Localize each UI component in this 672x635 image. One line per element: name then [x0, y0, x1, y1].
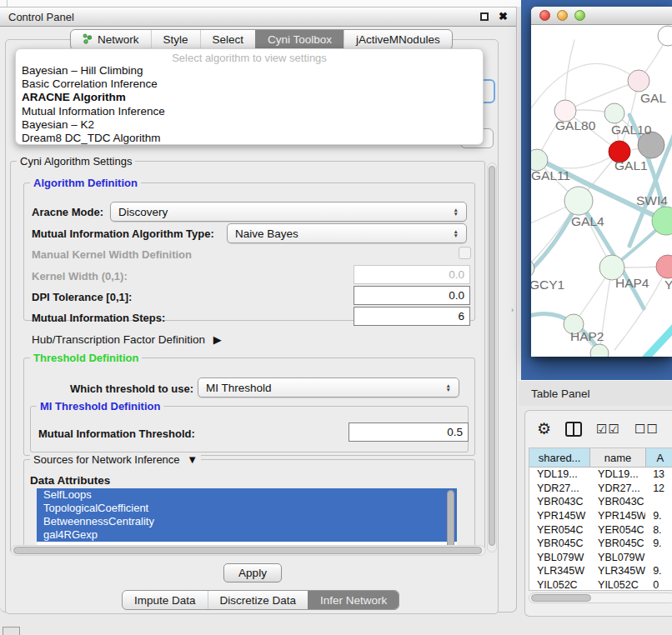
algorithm-item[interactable]: Bayesian – Hill Climbing: [16, 64, 483, 78]
network-edge[interactable]: [638, 318, 672, 357]
column-header-shared[interactable]: shared...: [529, 448, 590, 467]
mi-steps-field[interactable]: 6: [354, 307, 470, 326]
table-cell: 0: [645, 578, 672, 591]
table-horizontal-scrollbar[interactable]: [529, 592, 672, 603]
table-row[interactable]: YER054CYER054C8.: [529, 522, 672, 537]
tab-label: Cyni Toolbox: [268, 33, 332, 46]
which-threshold-label: Which threshold to use:: [70, 382, 193, 395]
control-panel-title: Control Panel: [8, 11, 74, 23]
tab-discretize-data[interactable]: Discretize Data: [208, 591, 308, 609]
zoom-traffic-light[interactable]: [574, 10, 585, 21]
network-canvas[interactable]: GALGAL80GAL10GAL1GAL11SWI4GAL4GCY1HAP4YH…: [531, 25, 672, 357]
scrollbar-thumb[interactable]: [531, 594, 591, 602]
minimize-traffic-light[interactable]: [557, 10, 568, 21]
table-row[interactable]: YBL079WYBL079W: [529, 551, 672, 565]
settings-horizontal-scrollbar[interactable]: [11, 545, 486, 556]
close-icon[interactable]: ✖: [499, 12, 508, 21]
network-node-gcy1[interactable]: [531, 259, 534, 278]
algorithm-item[interactable]: Dream8 DC_TDC Algorithm: [16, 132, 483, 145]
control-panel-titlebar: Control Panel ✖: [0, 8, 516, 27]
tab-cyni-toolbox[interactable]: Cyni Toolbox: [255, 30, 344, 49]
tab-style[interactable]: Style: [151, 30, 200, 49]
scrollbar-thumb[interactable]: [489, 166, 495, 546]
algorithm-item[interactable]: ARACNE Algorithm: [16, 91, 483, 104]
attribute-item[interactable]: gal4RGexp: [37, 528, 457, 542]
stepper-icon: ▲▼: [446, 383, 451, 392]
node-label: HAP2: [570, 329, 604, 343]
attribute-item[interactable]: BetweennessCentrality: [37, 515, 457, 528]
table-row[interactable]: YDR27...YDR27...12: [529, 482, 672, 496]
collapse-arrow-icon: ▼: [187, 453, 198, 466]
algorithm-item[interactable]: Mutual Information Inference: [16, 105, 483, 118]
network-node-gal4[interactable]: [564, 187, 593, 215]
table-row[interactable]: YPR145WYPR145W9.: [529, 509, 672, 523]
mi-threshold-field[interactable]: 0.5: [349, 422, 469, 442]
aracne-mode-select[interactable]: Discovery ▲▼: [110, 202, 467, 222]
tab-select[interactable]: Select: [200, 30, 256, 49]
minimized-panel-button[interactable]: [3, 627, 20, 635]
attribute-item[interactable]: SelfLoops: [37, 488, 457, 502]
mi-type-value: Naive Bayes: [235, 228, 298, 240]
data-attributes-label: Data Attributes: [30, 474, 110, 487]
network-node[interactable]: [658, 26, 672, 46]
network-window-titlebar: [531, 7, 672, 25]
dpi-tolerance-label: DPI Tolerance [0,1]:: [32, 291, 132, 303]
table-cell: YBR043C: [590, 495, 645, 509]
table-row[interactable]: YDL19...YDL19...13: [529, 468, 672, 482]
top-divider: [7, 0, 8, 7]
select-columns-icon[interactable]: ☑☑: [596, 422, 620, 437]
column-header-A[interactable]: A: [646, 448, 672, 467]
splitter-grabber[interactable]: ›: [511, 307, 516, 314]
algorithm-item[interactable]: Bayesian – K2: [16, 118, 483, 132]
table-cell: 13: [645, 468, 672, 482]
scrollbar-thumb[interactable]: [13, 547, 482, 554]
algorithm-item[interactable]: Basic Correlation Inference: [16, 78, 483, 91]
apply-button[interactable]: Apply: [223, 563, 282, 582]
network-node-gal10[interactable]: [604, 103, 624, 123]
table-cell: YLR345W: [529, 564, 590, 578]
gear-icon[interactable]: ⚙: [537, 421, 551, 438]
tab-impute-data[interactable]: Impute Data: [123, 591, 208, 609]
table-row[interactable]: YLR345WYLR345W9.: [529, 564, 672, 578]
float-window-icon[interactable]: [480, 12, 489, 21]
table-row[interactable]: YIL052CYIL052C0: [529, 578, 672, 591]
network-node-y[interactable]: [656, 255, 672, 278]
node-label: GAL11: [531, 168, 570, 182]
node-attribute-table: shared...nameA YDL19...YDL19...13YDR27..…: [529, 448, 672, 591]
table-cell: YPR145W: [529, 509, 590, 523]
which-threshold-select[interactable]: MI Threshold ▲▼: [198, 378, 459, 398]
settings-viewport: Cyni Algorithm Settings Algorithm Defini…: [0, 132, 500, 556]
network-node-gal[interactable]: [628, 70, 649, 92]
sources-legend[interactable]: Sources for Network Inference ▼: [30, 453, 201, 466]
table-row[interactable]: YBR043CYBR043C: [529, 495, 672, 509]
attribute-item[interactable]: TopologicalCoefficient: [37, 502, 457, 515]
table-cell: YER054C: [590, 522, 645, 537]
mi-steps-label: Mutual Information Steps:: [32, 312, 165, 324]
table-cell: YDL19...: [590, 468, 645, 482]
hub-definition-expander[interactable]: Hub/Transcription Factor Definition ▶: [32, 333, 222, 346]
table-body: YDL19...YDL19...13YDR27...YDR27...12YBR0…: [529, 468, 672, 591]
algorithm-popup: Select algorithm to view settings Bayesi…: [15, 48, 484, 145]
manual-kernel-checkbox[interactable]: [459, 247, 471, 259]
column-header-name[interactable]: name: [590, 448, 645, 467]
table-cell: YLR345W: [590, 564, 645, 578]
stepper-icon: ▲▼: [454, 229, 459, 238]
table-cell: YER054C: [529, 522, 590, 537]
popup-header: Select algorithm to view settings: [16, 52, 483, 64]
table-row[interactable]: YBR045CYBR045C9.: [529, 537, 672, 551]
deselect-columns-icon[interactable]: ☐☐: [634, 422, 659, 437]
tab-infer-network[interactable]: Infer Network: [308, 591, 399, 609]
split-table-icon[interactable]: [565, 422, 582, 437]
algorithm-definition-legend: Algorithm Definition: [30, 177, 141, 189]
table-cell: 9.: [645, 564, 672, 578]
dpi-tolerance-field[interactable]: 0.0: [354, 286, 470, 305]
tab-network[interactable]: Network: [71, 30, 151, 49]
network-edge[interactable]: [565, 81, 639, 111]
mi-type-select[interactable]: Naive Bayes ▲▼: [227, 223, 467, 243]
table-cell: YBL079W: [590, 551, 645, 565]
close-traffic-light[interactable]: [539, 10, 550, 21]
settings-vertical-scrollbar[interactable]: [487, 162, 497, 552]
tab-jactivemnodules[interactable]: jActiveMNodules: [344, 30, 452, 49]
table-cell: YBL079W: [529, 551, 590, 565]
table-cell: YIL052C: [529, 578, 590, 591]
